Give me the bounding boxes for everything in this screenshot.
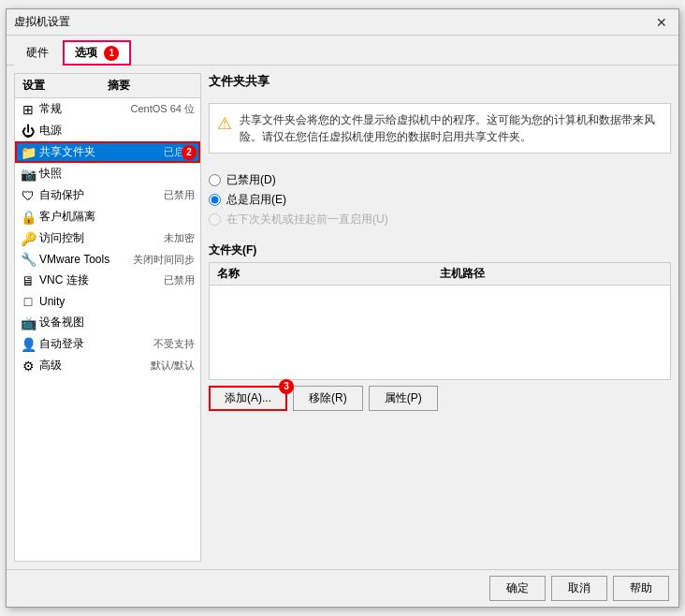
- setting-item-autoprotect[interactable]: 🛡 自动保护 已禁用: [15, 184, 200, 206]
- annotation-3-badge: 3: [279, 379, 294, 394]
- autoprotect-icon: 🛡: [21, 188, 36, 203]
- setting-item-vmware-tools[interactable]: 🔧 VMware Tools 关闭时间同步: [15, 249, 200, 270]
- radio-until-poweroff-input: [209, 213, 221, 226]
- guest-isolation-icon: 🔒: [21, 210, 36, 225]
- setting-item-general[interactable]: ⊞ 常规 CentOS 64 位: [15, 98, 200, 120]
- annotation-2-badge: 2: [182, 145, 197, 160]
- dialog-content: 设置 摘要 ⊞ 常规 CentOS 64 位 ⏻ 电源 📁 共享文件夹 已启用 …: [7, 66, 678, 569]
- device-view-icon: 📺: [21, 315, 36, 330]
- folder-section-title: 文件夹(F): [209, 242, 671, 258]
- tab-options[interactable]: 选项 1: [63, 40, 131, 66]
- snapshot-icon: 📷: [21, 167, 36, 182]
- setting-item-guest-isolation[interactable]: 🔒 客户机隔离: [15, 206, 200, 227]
- general-icon: ⊞: [21, 102, 36, 117]
- annotation-1-badge: 1: [104, 46, 119, 61]
- help-button[interactable]: 帮助: [613, 576, 669, 601]
- title-bar: 虚拟机设置 ✕: [7, 9, 678, 36]
- radio-disabled-input[interactable]: [209, 174, 221, 186]
- close-button[interactable]: ✕: [652, 13, 671, 32]
- folder-table: 名称 主机路径: [209, 262, 671, 380]
- setting-item-power[interactable]: ⏻ 电源: [15, 120, 200, 141]
- cancel-button[interactable]: 取消: [551, 576, 607, 601]
- properties-button[interactable]: 属性(P): [369, 386, 438, 411]
- radio-always-input[interactable]: [209, 194, 221, 206]
- setting-item-unity[interactable]: □ Unity: [15, 291, 200, 312]
- folder-table-header: 名称 主机路径: [210, 263, 670, 286]
- tab-bar: 硬件 选项 1: [7, 36, 678, 66]
- right-panel-title: 文件夹共享: [209, 73, 671, 90]
- radio-always[interactable]: 总是启用(E): [209, 192, 671, 208]
- radio-until-poweroff[interactable]: 在下次关机或挂起前一直启用(U): [209, 212, 671, 227]
- folder-buttons: 添加(A)... 3 移除(R) 属性(P): [209, 386, 671, 411]
- info-text: 共享文件夹会将您的文件显示给虚拟机中的程序。这可能为您的计算机和数据带来风险。请…: [240, 111, 663, 145]
- vnc-icon: 🖥: [21, 273, 36, 288]
- setting-item-vnc[interactable]: 🖥 VNC 连接 已禁用: [15, 270, 200, 291]
- access-control-icon: 🔑: [21, 231, 36, 246]
- autologon-icon: 👤: [21, 337, 36, 352]
- folder-table-body: [210, 286, 670, 379]
- setting-item-autologon[interactable]: 👤 自动登录 不受支持: [15, 333, 200, 355]
- add-button[interactable]: 添加(A)... 3: [209, 386, 287, 411]
- vmware-tools-icon: 🔧: [21, 252, 36, 267]
- bottom-bar: 确定 取消 帮助: [7, 569, 678, 607]
- info-box: ⚠ 共享文件夹会将您的文件显示给虚拟机中的程序。这可能为您的计算机和数据带来风险…: [209, 103, 671, 154]
- main-dialog: 虚拟机设置 ✕ 硬件 选项 1 设置 摘要 ⊞ 常规 CentOS 64 位: [6, 8, 679, 608]
- dialog-title: 虚拟机设置: [14, 14, 70, 30]
- radio-disabled[interactable]: 已禁用(D): [209, 172, 671, 188]
- power-icon: ⏻: [21, 124, 36, 139]
- shared-folder-icon: 📁: [21, 145, 36, 160]
- setting-item-access-control[interactable]: 🔑 访问控制 未加密: [15, 227, 200, 249]
- ok-button[interactable]: 确定: [489, 576, 546, 601]
- folder-section: 文件夹(F) 名称 主机路径 添加(A)... 3 移除(R): [209, 242, 671, 411]
- right-panel: 文件夹共享 ⚠ 共享文件夹会将您的文件显示给虚拟机中的程序。这可能为您的计算机和…: [209, 73, 671, 562]
- setting-item-shared-folder[interactable]: 📁 共享文件夹 已启用 2: [15, 141, 200, 163]
- setting-item-snapshot[interactable]: 📷 快照: [15, 163, 200, 184]
- tab-hardware[interactable]: 硬件: [14, 40, 61, 66]
- left-panel: 设置 摘要 ⊞ 常规 CentOS 64 位 ⏻ 电源 📁 共享文件夹 已启用 …: [14, 73, 201, 562]
- remove-button[interactable]: 移除(R): [293, 386, 363, 411]
- unity-icon: □: [21, 294, 36, 309]
- left-panel-header: 设置 摘要: [15, 74, 200, 98]
- advanced-icon: ⚙: [21, 359, 36, 374]
- setting-item-device-view[interactable]: 📺 设备视图: [15, 312, 200, 333]
- warning-icon: ⚠: [217, 113, 232, 134]
- radio-group: 已禁用(D) 总是启用(E) 在下次关机或挂起前一直启用(U): [209, 169, 671, 231]
- setting-item-advanced[interactable]: ⚙ 高级 默认/默认: [15, 355, 200, 376]
